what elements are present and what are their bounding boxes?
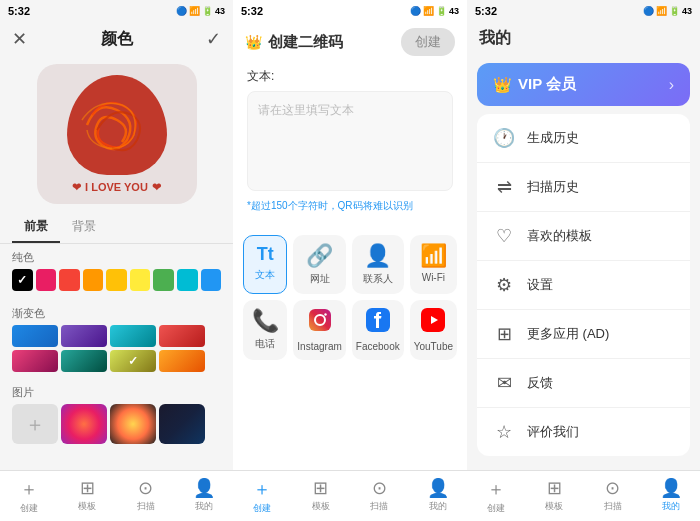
- gradient-purple[interactable]: [61, 325, 107, 347]
- gradient-orange[interactable]: [159, 350, 205, 372]
- qr-type-wifi[interactable]: 📶 Wi-Fi: [410, 235, 457, 294]
- nav-mine-3[interactable]: 👤 我的: [642, 471, 700, 521]
- p2-title: 创建二维码: [268, 33, 343, 52]
- menu-more-apps[interactable]: ⊞ 更多应用 (AD): [477, 310, 690, 359]
- nav-scan-1[interactable]: ⊙ 扫描: [117, 471, 175, 521]
- nav-create-2[interactable]: ＋ 创建: [233, 471, 292, 521]
- template-icon: ⊞: [80, 477, 95, 499]
- qr-type-grid: Tt 文本 🔗 网址 👤 联系人 📶 Wi-Fi 📞 电话: [233, 225, 467, 370]
- gradient-lime[interactable]: ✓: [110, 350, 156, 372]
- qr-type-phone[interactable]: 📞 电话: [243, 300, 287, 360]
- add-image-button[interactable]: ＋: [12, 404, 58, 444]
- bottom-nav-2: ＋ 创建 ⊞ 模板 ⊙ 扫描 👤 我的: [233, 470, 467, 521]
- tab-foreground[interactable]: 前景: [12, 212, 60, 243]
- mine-icon-3: 👤: [660, 477, 682, 499]
- text-input-area[interactable]: 请在这里填写文本: [247, 91, 453, 191]
- url-type-icon: 🔗: [306, 243, 333, 269]
- menu-history[interactable]: 🕐 生成历史: [477, 114, 690, 163]
- contact-type-icon: 👤: [364, 243, 391, 269]
- menu-favorites[interactable]: ♡ 喜欢的模板: [477, 212, 690, 261]
- color-red[interactable]: [59, 269, 80, 291]
- nav-scan-label-2: 扫描: [370, 500, 388, 513]
- vip-label: 👑 VIP 会员: [493, 75, 576, 94]
- menu-feedback-label: 反馈: [527, 374, 553, 392]
- nav-create-1[interactable]: ＋ 创建: [0, 471, 58, 521]
- tab-background[interactable]: 背景: [60, 212, 108, 243]
- status-icons-2: 🔵 📶 🔋 43: [410, 6, 459, 16]
- menu-settings[interactable]: ⚙ 设置: [477, 261, 690, 310]
- nav-template-1[interactable]: ⊞ 模板: [58, 471, 116, 521]
- time-2: 5:32: [241, 5, 263, 17]
- nav-mine-2[interactable]: 👤 我的: [409, 471, 468, 521]
- foreground-background-tabs: 前景 背景: [0, 212, 233, 244]
- history-icon: 🕐: [493, 127, 515, 149]
- image-thumb-2[interactable]: [110, 404, 156, 444]
- image-thumb-1[interactable]: [61, 404, 107, 444]
- nav-mine-label-2: 我的: [429, 500, 447, 513]
- qr-type-url[interactable]: 🔗 网址: [293, 235, 345, 294]
- gradient-teal[interactable]: [110, 325, 156, 347]
- create-button[interactable]: 创建: [401, 28, 455, 56]
- wifi-type-icon: 📶: [420, 243, 447, 269]
- create-icon-3: ＋: [487, 477, 505, 501]
- more-apps-icon: ⊞: [493, 323, 515, 345]
- color-black[interactable]: [12, 269, 33, 291]
- color-green[interactable]: [153, 269, 174, 291]
- qr-type-youtube[interactable]: YouTube: [410, 300, 457, 360]
- menu-scan-history[interactable]: ⇌ 扫描历史: [477, 163, 690, 212]
- nav-template-label-3: 模板: [545, 500, 563, 513]
- nav-create-3[interactable]: ＋ 创建: [467, 471, 525, 521]
- vip-banner[interactable]: 👑 VIP 会员 ›: [477, 63, 690, 106]
- menu-list: 🕐 生成历史 ⇌ 扫描历史 ♡ 喜欢的模板 ⚙ 设置 ⊞ 更多应用 (AD) ✉…: [477, 114, 690, 456]
- image-section: 图片 ＋: [0, 381, 233, 448]
- mine-icon-2: 👤: [427, 477, 449, 499]
- vip-crown-icon: 👑: [493, 76, 512, 94]
- close-button[interactable]: ✕: [12, 28, 27, 50]
- scan-icon: ⊙: [138, 477, 153, 499]
- wifi-type-label: Wi-Fi: [422, 272, 445, 283]
- template-icon-3: ⊞: [547, 477, 562, 499]
- menu-feedback[interactable]: ✉ 反馈: [477, 359, 690, 408]
- confirm-button[interactable]: ✓: [206, 28, 221, 50]
- color-yellow[interactable]: [130, 269, 151, 291]
- color-cyan[interactable]: [177, 269, 198, 291]
- svg-point-2: [324, 313, 326, 315]
- time-3: 5:32: [475, 5, 497, 17]
- color-blue[interactable]: [201, 269, 222, 291]
- gradient-blue[interactable]: [12, 325, 58, 347]
- qr-type-contact[interactable]: 👤 联系人: [352, 235, 404, 294]
- menu-favorites-label: 喜欢的模板: [527, 227, 592, 245]
- qr-type-text[interactable]: Tt 文本: [243, 235, 287, 294]
- crown-icon: 👑: [245, 34, 262, 50]
- nav-scan-label-3: 扫描: [604, 500, 622, 513]
- create-icon: ＋: [20, 477, 38, 501]
- nav-mine-label: 我的: [195, 500, 213, 513]
- nav-template-3[interactable]: ⊞ 模板: [525, 471, 583, 521]
- nav-mine-1[interactable]: 👤 我的: [175, 471, 233, 521]
- text-type-icon: Tt: [257, 244, 274, 265]
- p2-title-area: 👑 创建二维码: [245, 33, 343, 52]
- gradient-green[interactable]: [61, 350, 107, 372]
- gradient-row-1: [12, 325, 221, 347]
- menu-more-apps-label: 更多应用 (AD): [527, 325, 609, 343]
- gradient-red[interactable]: [159, 325, 205, 347]
- gradient-pink[interactable]: [12, 350, 58, 372]
- heart-background: [67, 75, 167, 175]
- image-thumb-3[interactable]: [159, 404, 205, 444]
- qr-type-facebook[interactable]: Facebook: [352, 300, 404, 360]
- menu-rate[interactable]: ☆ 评价我们: [477, 408, 690, 456]
- my-page-title: 我的: [467, 22, 700, 55]
- image-row: ＋: [12, 404, 221, 444]
- youtube-type-icon: [421, 308, 445, 338]
- love-text: ❤ I LOVE YOU ❤: [72, 181, 161, 194]
- gradient-color-section: 渐变色 ✓: [0, 300, 233, 381]
- nav-scan-3[interactable]: ⊙ 扫描: [584, 471, 642, 521]
- color-orange[interactable]: [83, 269, 104, 291]
- qr-type-instagram[interactable]: Instagram: [293, 300, 345, 360]
- vip-arrow-icon: ›: [669, 76, 674, 94]
- color-pink[interactable]: [36, 269, 57, 291]
- color-amber[interactable]: [106, 269, 127, 291]
- nav-scan-2[interactable]: ⊙ 扫描: [350, 471, 409, 521]
- status-bar-2: 5:32 🔵 📶 🔋 43: [233, 0, 467, 22]
- nav-template-2[interactable]: ⊞ 模板: [292, 471, 351, 521]
